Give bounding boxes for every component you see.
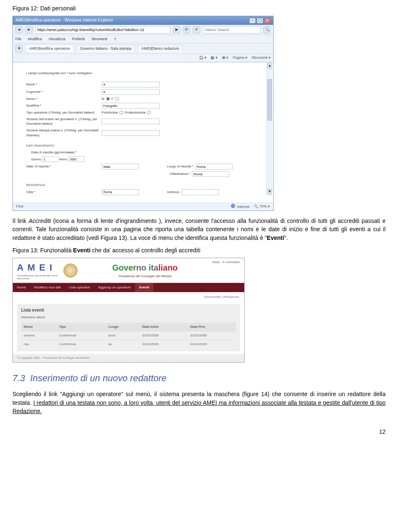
stato-nascita-input[interactable] <box>102 164 139 169</box>
tools-menu[interactable]: Strumenti ▾ <box>252 55 271 60</box>
giorno-input[interactable] <box>42 156 58 162</box>
scroll-thumb[interactable] <box>267 79 272 121</box>
nome-input[interactable] <box>102 82 160 87</box>
menu-bar: File Modifica Visualizza Preferiti Strum… <box>13 35 273 44</box>
menu-view[interactable]: Visualizza <box>49 36 65 42</box>
governo-italiano-title: Governo italiano <box>112 262 178 274</box>
table-row[interactable]: nasConferenzaas31/03/200901/04/2009 <box>21 340 236 348</box>
utility-links[interactable]: Aiuto · E-Glossario <box>212 260 240 265</box>
search-button[interactable]: 🔍 <box>263 26 271 34</box>
lista-eventi-user: francesco alessi <box>21 315 236 320</box>
mandatory-fields-note: I campi contrassegnati con * sono obblig… <box>26 71 267 76</box>
menu-favorites[interactable]: Preferiti <box>72 36 85 42</box>
amei-logo-text: A M E I <box>17 261 58 274</box>
nav-aggiungi-operatore[interactable]: Aggiungi un operatore <box>94 283 135 292</box>
citta-input[interactable] <box>102 189 139 195</box>
amei-logo-subtitle: Accreditamento dei media agli eventi ist… <box>17 274 58 280</box>
cognome-input[interactable] <box>102 89 160 95</box>
section-title: Inserimento di un nuovo redattore <box>30 373 167 383</box>
governo-italiano-block: Governo italiano Presidenza del Consigli… <box>83 262 207 279</box>
status-left: Fine <box>16 204 24 209</box>
qualifica-select[interactable] <box>102 103 160 109</box>
stato-nascita-label: Stato di nascita * <box>19 164 102 169</box>
address-input[interactable] <box>35 26 170 34</box>
redattori-note-underlined: I redattori di una testata non sono, a l… <box>12 399 386 414</box>
tessera-est-label: Tessera stampa estera n. (*Obblig. per G… <box>19 128 102 138</box>
accrediti-link-text: Accrediti <box>29 218 51 224</box>
session-links[interactable]: Disconnetti | Redazione <box>13 292 244 302</box>
section-number: 7.3 <box>12 373 25 383</box>
nav-back-button[interactable]: ◄ <box>15 26 23 34</box>
menu-edit[interactable]: Modifica <box>28 36 42 42</box>
nav-forward-button[interactable]: ► <box>25 26 33 34</box>
figure13-amei-app: A M E I Accreditamento dei media agli ev… <box>12 258 245 363</box>
anno-label: Anno <box>59 157 67 161</box>
th-nome: Nome <box>21 323 56 331</box>
sesso-f-label: F <box>112 97 114 102</box>
print-icon[interactable]: 🖶 ▾ <box>222 55 229 60</box>
ie-toolbar: 🏠 ▾ ▦ ▾ 🖶 ▾ Pagina ▾ Strumenti ▾ <box>13 54 273 62</box>
tab-elenco-redazioni[interactable]: AMEI|Elenco redazioni <box>138 45 183 52</box>
figure13-caption: Figura 13: Funzionalità Eventi che da' a… <box>12 246 386 254</box>
table-row[interactable]: ansenaConferenzaansa31/03/200931/03/2009 <box>21 331 236 340</box>
scroll-down-icon[interactable]: ▼ <box>267 189 272 195</box>
search-input[interactable] <box>203 26 261 34</box>
vertical-scrollbar[interactable]: ▲ ▼ <box>267 63 272 195</box>
amei-footer: © Copyright 2009 – Presidenza del Consig… <box>13 354 244 362</box>
refresh-button[interactable]: ⟳ <box>183 26 190 34</box>
residenza-heading: RESIDENZA <box>26 183 267 188</box>
home-icon[interactable]: 🏠 ▾ <box>199 55 207 60</box>
window-title: AMEI|Modifica operatore - Windows Intern… <box>15 17 113 24</box>
window-controls: – ▢ ✕ <box>249 18 271 24</box>
status-bar: Fine Internet 🔍 70% ▾ <box>13 203 273 210</box>
page-menu[interactable]: Pagina ▾ <box>233 55 248 60</box>
tessera-it-input[interactable] <box>102 118 160 124</box>
menu-help[interactable]: ? <box>114 36 116 42</box>
paragraph-accrediti: Il link Accrediti (icona a forma di lent… <box>12 217 386 242</box>
sesso-f-radio[interactable] <box>115 97 119 101</box>
cognome-label: Cognome * <box>19 89 102 94</box>
amei-nav: Home Modifica i tuoi dati Lista operator… <box>13 283 244 292</box>
address-bar-row: ◄ ► ▶ ⟳ ✕ 🔍 <box>13 25 273 35</box>
scroll-up-icon[interactable]: ▲ <box>267 63 272 69</box>
lista-eventi-panel: Lista eventi francesco alessi Nome Tipo … <box>17 304 240 351</box>
window-close-button[interactable]: ✕ <box>264 18 271 24</box>
nome-label: Nome * <box>19 82 102 87</box>
pubblicista-radio[interactable] <box>119 111 123 114</box>
qualifica-label: Qualifica * <box>19 103 102 108</box>
window-maximize-button[interactable]: ▢ <box>257 18 263 24</box>
nav-home[interactable]: Home <box>13 283 30 292</box>
section-heading: 7.3 Inserimento di un nuovo redattore <box>12 372 386 385</box>
indirizzo-label: Indirizzo <box>167 190 180 195</box>
dati-anagrafici-heading: DATI ANAGRAFICI <box>26 143 267 148</box>
paragraph-inserimento: Scegliendo il link "Aggiungi un operator… <box>12 390 386 415</box>
emblem-icon <box>63 264 78 278</box>
menu-file[interactable]: File <box>15 36 22 42</box>
menu-tools[interactable]: Strumenti <box>91 36 107 42</box>
status-zoom[interactable]: 🔍 70% ▾ <box>254 204 270 209</box>
stop-button[interactable]: ✕ <box>193 26 200 34</box>
go-button[interactable]: ▶ <box>173 26 180 34</box>
amei-header: A M E I Accreditamento dei media agli ev… <box>13 258 244 283</box>
lista-eventi-title: Lista eventi <box>21 307 236 314</box>
favorites-icon[interactable]: ★ <box>15 45 23 52</box>
th-luogo: Luogo <box>106 323 139 331</box>
anno-input[interactable] <box>68 156 85 162</box>
nav-eventi[interactable]: Eventi <box>135 283 153 292</box>
nav-modifica-dati[interactable]: Modifica i tuoi dati <box>30 283 65 292</box>
tab-modifica-operatore[interactable]: AMEI|Modifica operatore <box>25 45 74 52</box>
th-data-fine: Data Fine <box>188 323 236 331</box>
data-nascita-label: Data di nascita (gg/mm/aaaa) * <box>19 150 102 155</box>
indirizzo-input[interactable] <box>181 189 218 195</box>
cittadinanza-input[interactable] <box>192 171 229 177</box>
feeds-icon[interactable]: ▦ ▾ <box>211 55 218 60</box>
nav-lista-operatori[interactable]: Lista operatori <box>65 283 94 292</box>
sesso-m-radio[interactable] <box>106 97 110 101</box>
tab-governo-italiano[interactable]: Governo Italiano - Sala stampa <box>76 45 135 52</box>
status-internet: Internet <box>231 204 250 210</box>
tessera-est-input[interactable] <box>102 130 160 136</box>
luogo-nascita-input[interactable] <box>195 164 233 169</box>
window-minimize-button[interactable]: – <box>249 18 256 24</box>
citta-label: Città * <box>19 190 102 195</box>
professionista-radio[interactable] <box>147 111 151 114</box>
